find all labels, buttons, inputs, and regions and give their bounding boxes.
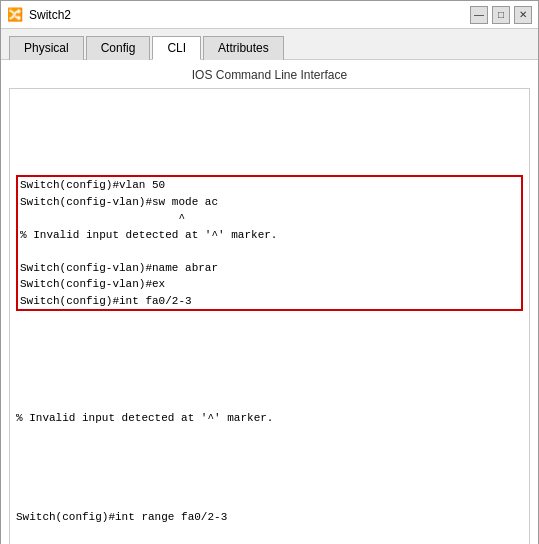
app-icon: 🔀 [7, 7, 23, 23]
title-bar-left: 🔀 Switch2 [7, 7, 71, 23]
cli-inner: Switch(config)#vlan 50Switch(config-vlan… [16, 126, 523, 544]
tab-bar: Physical Config CLI Attributes [1, 29, 538, 60]
maximize-button[interactable]: □ [492, 6, 510, 24]
section-title: IOS Command Line Interface [9, 68, 530, 82]
cli-container: Switch(config)#vlan 50Switch(config-vlan… [9, 88, 530, 544]
cli-output[interactable]: Switch(config)#vlan 50Switch(config-vlan… [10, 89, 529, 544]
tab-physical[interactable]: Physical [9, 36, 84, 60]
tab-cli[interactable]: CLI [152, 36, 201, 60]
minimize-button[interactable]: — [470, 6, 488, 24]
window-controls: — □ ✕ [470, 6, 532, 24]
main-window: 🔀 Switch2 — □ ✕ Physical Config CLI Attr… [0, 0, 539, 544]
title-bar: 🔀 Switch2 — □ ✕ [1, 1, 538, 29]
content-area: IOS Command Line Interface Switch(config… [1, 60, 538, 544]
close-button[interactable]: ✕ [514, 6, 532, 24]
tab-config[interactable]: Config [86, 36, 151, 60]
window-title: Switch2 [29, 8, 71, 22]
tab-attributes[interactable]: Attributes [203, 36, 284, 60]
highlighted-block-1: Switch(config)#vlan 50Switch(config-vlan… [16, 175, 523, 311]
